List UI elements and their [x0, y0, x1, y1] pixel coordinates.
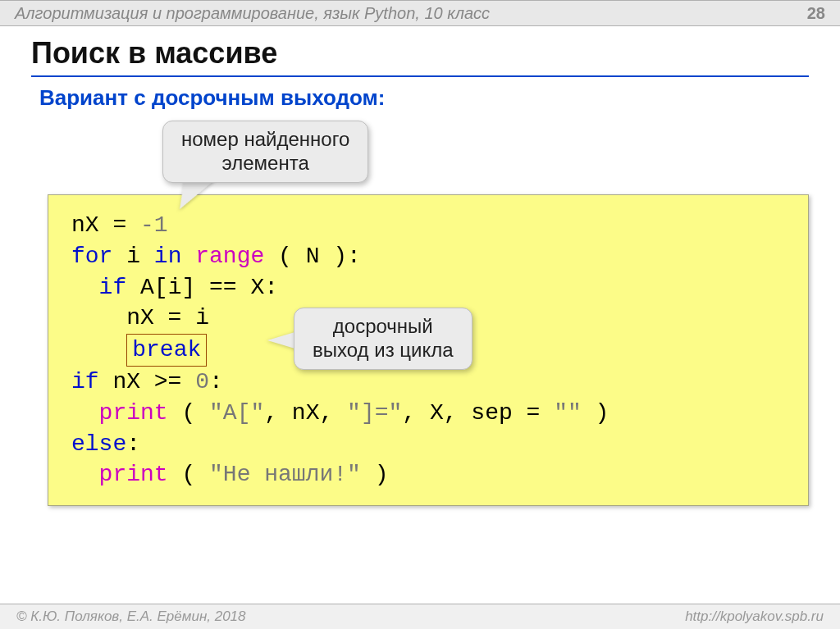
code-text: : [209, 369, 223, 394]
code-keyword: if [71, 369, 99, 394]
callout-found-index: номер найденного элемента [162, 121, 368, 183]
code-text [71, 400, 99, 426]
code-string: "]=" [347, 400, 402, 426]
callout-line: досрочный [333, 315, 433, 337]
course-label: Алгоритмизация и программирование, язык … [15, 4, 490, 23]
code-number: 0 [195, 369, 209, 394]
code-func: print [99, 462, 168, 487]
code-text [71, 275, 99, 300]
code-text [71, 462, 99, 487]
code-func: range [195, 244, 264, 269]
code-keyword: break [132, 337, 201, 362]
subheading: Вариант с досрочным выходом: [0, 85, 840, 111]
slide-footer: © К.Ю. Поляков, Е.А. Ерёмин, 2018 http:/… [0, 604, 840, 629]
code-keyword: else [71, 431, 126, 457]
code-text [71, 337, 126, 362]
code-text: , nX, [264, 400, 347, 426]
code-text: ( [168, 462, 209, 487]
code-text: i [112, 244, 153, 269]
authors: © К.Ю. Поляков, Е.А. Ерёмин, 2018 [16, 608, 246, 625]
content-area: номер найденного элемента nX = -1 for i … [48, 121, 809, 514]
callout-line: номер найденного [181, 128, 349, 150]
code-text: nX >= [99, 369, 196, 394]
code-func: print [99, 400, 168, 426]
code-string: "A[" [209, 400, 264, 426]
callout-early-exit: досрочный выход из цикла [294, 308, 472, 370]
code-number: -1 [140, 212, 168, 238]
code-keyword: in [154, 244, 182, 269]
title-rule [31, 75, 809, 77]
callout-line: выход из цикла [313, 339, 454, 361]
callout-line: элемента [222, 152, 309, 174]
code-text: ( [168, 400, 209, 426]
page-title: Поиск в массиве [0, 26, 840, 75]
code-text: A[i] == X: [126, 275, 278, 300]
code-string: "" [554, 400, 582, 426]
code-keyword: if [99, 275, 127, 300]
code-text [181, 244, 195, 269]
slide-header: Алгоритмизация и программирование, язык … [0, 0, 840, 26]
code-text: nX = [71, 212, 140, 238]
code-text: , X, sep = [402, 400, 554, 426]
code-string: "Не нашли!" [209, 462, 361, 487]
page-number: 28 [807, 4, 825, 23]
footer-url: http://kpolyakov.spb.ru [685, 608, 824, 625]
code-text: ) [582, 400, 609, 426]
code-text: nX = i [71, 305, 209, 330]
code-keyword: for [71, 244, 112, 269]
code-text: ) [361, 462, 389, 487]
code-text: : [126, 431, 140, 457]
break-highlight: break [126, 334, 207, 367]
code-text: ( N ): [264, 244, 361, 269]
